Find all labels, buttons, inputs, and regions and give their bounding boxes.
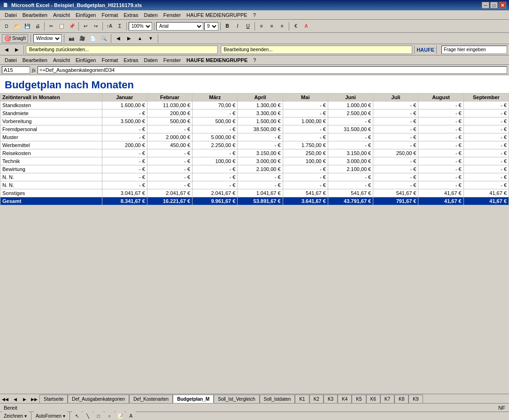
menu2-item-5[interactable]: Extras [121,56,141,64]
cell-r12-c4[interactable]: 3.641,67 € [283,197,328,205]
snagit-btn2[interactable]: 📷 [67,34,76,43]
cell-r11-c1[interactable]: 2.041,67 € [147,189,192,197]
cell-r1-c7[interactable]: - € [418,109,463,117]
cell-r12-c1[interactable]: 16.221,67 € [147,197,192,205]
snagit-btn3[interactable]: 🎥 [77,34,87,43]
menu-item-fenster[interactable]: Fenster [161,11,184,19]
sort-asc-button[interactable]: ↑A [105,22,114,31]
font-size-select[interactable]: 9 [204,22,218,31]
cell-r3-c4[interactable]: - € [283,125,328,133]
cell-r8-c7[interactable]: - € [418,165,463,173]
snagit-btn5[interactable]: 🔍 [99,34,108,43]
cell-r2-c2[interactable]: 500,00 € [193,117,238,125]
snagit-arrow3[interactable]: ▲ [135,34,145,43]
snagit-arrow4[interactable]: ▼ [146,34,155,43]
snagit-btn4[interactable]: 📄 [88,34,98,43]
row-label-12[interactable]: Gesamt [0,197,102,205]
cell-reference-input[interactable]: A15 [2,66,30,74]
draw-btn4[interactable]: ○ [105,412,114,420]
cell-r0-c1[interactable]: 11.030,00 € [147,101,192,109]
undo-button[interactable]: ↩ [81,22,90,31]
cell-r8-c8[interactable]: - € [463,165,509,173]
cell-r1-c8[interactable]: - € [463,109,509,117]
sheet-tab-k3[interactable]: K3 [324,395,338,403]
cell-r7-c0[interactable]: - € [102,157,147,165]
cell-r7-c1[interactable]: - € [147,157,192,165]
cell-r5-c7[interactable]: - € [418,141,463,149]
cell-r9-c2[interactable]: - € [193,173,238,181]
row-label-5[interactable]: Werbemittel [0,141,102,149]
sheet-tab-def-ausgabenkategorien[interactable]: Def_Ausgabenkategorien [68,395,129,403]
sheet-tab-k6[interactable]: K6 [366,395,380,403]
cell-r0-c2[interactable]: 70,00 € [193,101,238,109]
cell-r9-c8[interactable]: - € [463,173,509,181]
draw-btn5[interactable]: 📝 [116,412,125,420]
copy-button[interactable]: 📋 [57,22,66,31]
menu-item-?[interactable]: ? [250,11,259,19]
cell-r10-c7[interactable]: - € [418,181,463,189]
cell-r12-c3[interactable]: 53.891,67 € [238,197,283,205]
cell-r7-c2[interactable]: 100,00 € [193,157,238,165]
t3-btn2[interactable]: ▶ [12,45,22,54]
cell-r11-c5[interactable]: 541,67 € [328,189,373,197]
cell-r9-c4[interactable]: - € [283,173,328,181]
cell-r5-c1[interactable]: 450,00 € [147,141,192,149]
underline-button[interactable]: U [243,22,253,31]
cell-r5-c4[interactable]: 1.750,00 € [283,141,328,149]
cell-r12-c5[interactable]: 43.791,67 € [328,197,373,205]
row-label-4[interactable]: Muster [0,133,102,141]
cell-r3-c7[interactable]: - € [418,125,463,133]
cell-r5-c0[interactable]: 200,00 € [102,141,147,149]
menu-item-extras[interactable]: Extras [121,11,141,19]
cell-r11-c7[interactable]: 41,67 € [418,189,463,197]
align-center-button[interactable]: ≡ [267,22,277,31]
bold-button[interactable]: B [223,22,232,31]
font-name-select[interactable]: Arial [156,22,203,31]
cell-r7-c4[interactable]: 100,00 € [283,157,328,165]
sheet-tab-k1[interactable]: K1 [295,395,309,403]
cell-r2-c6[interactable]: - € [373,117,418,125]
cell-r10-c4[interactable]: - € [283,181,328,189]
cell-r1-c1[interactable]: 200,00 € [147,109,192,117]
menu-item-format[interactable]: Format [99,11,121,19]
sheet-tab-k8[interactable]: K8 [394,395,409,403]
sheet-tab-k4[interactable]: K4 [338,395,352,403]
cell-r3-c8[interactable]: - € [463,125,509,133]
new-button[interactable]: 🗋 [2,22,11,31]
cell-r0-c6[interactable]: - € [373,101,418,109]
row-label-9[interactable]: N. N. [0,173,102,181]
cell-r5-c2[interactable]: 2.250,00 € [193,141,238,149]
cell-r1-c3[interactable]: 3.300,00 € [238,109,283,117]
table-scroll-area[interactable]: Zeitintervall in MonatenJanuarFebruarMär… [0,93,509,205]
cell-r10-c6[interactable]: - € [373,181,418,189]
cell-r8-c5[interactable]: 2.100,00 € [328,165,373,173]
snagit-button[interactable]: 🎯 SnagIt [2,34,28,43]
cell-r0-c8[interactable]: - € [463,101,509,109]
menu2-item-7[interactable]: Fenster [161,56,184,64]
print-button[interactable]: 🖨 [33,22,42,31]
menu2-item-2[interactable]: Ansicht [50,56,73,64]
cell-r3-c6[interactable]: - € [373,125,418,133]
cell-r2-c4[interactable]: 1.000,00 € [283,117,328,125]
cell-r12-c6[interactable]: 791,67 € [373,197,418,205]
row-label-2[interactable]: Vorbereitung [0,117,102,125]
sheet-tab-soll-ist-vergleich[interactable]: Soll_Ist_Vergleich [214,395,260,403]
draw-btn2[interactable]: ╲ [83,412,93,420]
row-label-6[interactable]: Reisekosten [0,149,102,157]
row-label-1[interactable]: Standmiete [0,109,102,117]
sheet-tab-k7[interactable]: K7 [380,395,394,403]
menu-item-daten[interactable]: Daten [141,11,160,19]
row-label-8[interactable]: Bewirtung [0,165,102,173]
cell-r11-c8[interactable]: 41,67 € [463,189,509,197]
row-label-11[interactable]: Sonstiges [0,189,102,197]
tab-nav-▶▶[interactable]: ▶▶ [29,396,39,403]
cell-r6-c3[interactable]: 3.150,00 € [238,149,283,157]
cell-r3-c2[interactable]: - € [193,125,238,133]
cell-r3-c3[interactable]: 38.500,00 € [238,125,283,133]
cell-r3-c1[interactable]: - € [147,125,192,133]
menu2-item-4[interactable]: Format [99,56,121,64]
cell-r8-c1[interactable]: - € [147,165,192,173]
cell-r6-c8[interactable]: - € [463,149,509,157]
align-left-button[interactable]: ≡ [257,22,266,31]
cell-r9-c0[interactable]: - € [102,173,147,181]
